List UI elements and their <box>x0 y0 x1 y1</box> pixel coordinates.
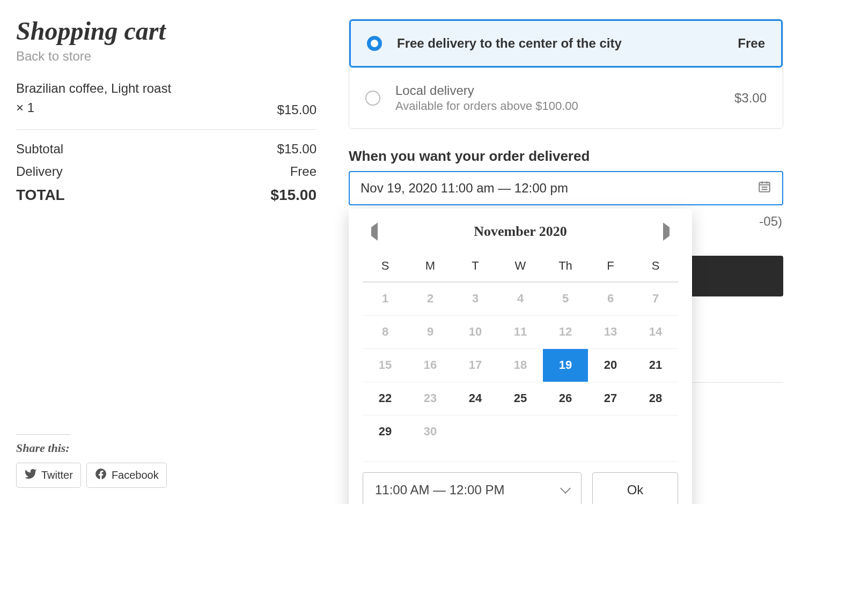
calendar-day[interactable]: 20 <box>588 348 633 382</box>
calendar-day <box>633 415 678 448</box>
facebook-icon <box>94 467 107 483</box>
calendar-day[interactable]: 26 <box>543 382 588 415</box>
calendar-month-label: November 2020 <box>474 224 567 240</box>
calendar-day[interactable]: 22 <box>363 382 408 415</box>
share-heading: Share this: <box>16 434 70 455</box>
calendar-dow: S <box>363 254 408 282</box>
calendar-day: 6 <box>588 282 633 315</box>
calendar-day: 8 <box>363 315 408 348</box>
cart-item-name: Brazilian coffee, Light roast <box>16 79 171 98</box>
twitter-icon <box>24 467 37 483</box>
time-slot-value: 11:00 AM — 12:00 PM <box>375 482 504 498</box>
calendar-day <box>588 415 633 448</box>
calendar-day: 7 <box>633 282 678 315</box>
calendar-day: 18 <box>498 348 543 382</box>
subtotal-value: $15.00 <box>277 142 317 157</box>
calendar-popup: November 2020 SMTWThFS 12345678910111213… <box>349 209 692 504</box>
calendar-day: 13 <box>588 315 633 348</box>
cart-item-qty: × 1 <box>16 98 171 117</box>
calendar-day[interactable]: 28 <box>633 382 678 415</box>
page-title: Shopping cart <box>16 16 317 46</box>
calendar-day: 14 <box>633 315 678 348</box>
delivery-option-sublabel: Available for orders above $100.00 <box>395 99 719 113</box>
calendar-dow: Th <box>543 254 588 282</box>
radio-unchecked-icon <box>365 91 380 106</box>
share-facebook-button[interactable]: Facebook <box>86 463 167 488</box>
calendar-day: 12 <box>543 315 588 348</box>
calendar-day: 11 <box>498 315 543 348</box>
chevron-down-icon <box>560 483 571 494</box>
cart-item: Brazilian coffee, Light roast × 1 $15.00 <box>16 79 317 130</box>
delivery-option-free[interactable]: Free delivery to the center of the city … <box>349 19 783 68</box>
delivery-option-local[interactable]: Local delivery Available for orders abov… <box>349 68 783 128</box>
calendar-day: 1 <box>363 282 408 315</box>
total-label: TOTAL <box>16 187 65 204</box>
calendar-day: 10 <box>453 315 498 348</box>
delivery-value: Free <box>290 164 317 179</box>
delivery-label: Delivery <box>16 164 63 179</box>
delivery-date-value: Nov 19, 2020 11:00 am — 12:00 pm <box>361 181 568 196</box>
calendar-day[interactable]: 21 <box>633 348 678 382</box>
calendar-day: 2 <box>408 282 453 315</box>
calendar-day: 17 <box>453 348 498 382</box>
calendar-day[interactable]: 24 <box>453 382 498 415</box>
calendar-day: 3 <box>453 282 498 315</box>
calendar-day: 4 <box>498 282 543 315</box>
calendar-day: 30 <box>408 415 453 448</box>
delivery-options: Free delivery to the center of the city … <box>349 19 783 129</box>
share-twitter-button[interactable]: Twitter <box>16 463 81 488</box>
calendar-day: 16 <box>408 348 453 382</box>
subtotal-label: Subtotal <box>16 142 63 157</box>
calendar-dow: F <box>588 254 633 282</box>
time-slot-select[interactable]: 11:00 AM — 12:00 PM <box>363 472 582 504</box>
calendar-day: 15 <box>363 348 408 382</box>
radio-checked-icon <box>367 36 382 51</box>
total-value: $15.00 <box>270 187 317 204</box>
share-facebook-label: Facebook <box>112 469 159 481</box>
calendar-dow: W <box>498 254 543 282</box>
calendar-day[interactable]: 27 <box>588 382 633 415</box>
delivery-option-label: Free delivery to the center of the city <box>397 36 723 51</box>
calendar-ok-button[interactable]: Ok <box>592 472 678 504</box>
delivery-date-field[interactable]: Nov 19, 2020 11:00 am — 12:00 pm <box>349 171 783 205</box>
calendar-day[interactable]: 25 <box>498 382 543 415</box>
calendar-day <box>543 415 588 448</box>
delivery-option-label: Local delivery <box>395 83 719 98</box>
calendar-day: 5 <box>543 282 588 315</box>
calendar-day[interactable]: 19 <box>543 348 588 382</box>
schedule-heading: When you want your order delivered <box>349 148 783 165</box>
calendar-dow: M <box>408 254 453 282</box>
back-to-store-link[interactable]: Back to store <box>16 49 317 64</box>
cart-item-price: $15.00 <box>277 102 317 117</box>
calendar-day[interactable]: 29 <box>363 415 408 448</box>
share-twitter-label: Twitter <box>41 469 73 481</box>
calendar-day <box>498 415 543 448</box>
calendar-next-month[interactable] <box>663 222 678 241</box>
calendar-dow: S <box>633 254 678 282</box>
delivery-option-price: Free <box>738 36 765 51</box>
calendar-prev-month[interactable] <box>363 222 378 241</box>
calendar-day: 9 <box>408 315 453 348</box>
calendar-icon <box>757 180 771 197</box>
calendar-dow: T <box>453 254 498 282</box>
calendar-day <box>453 415 498 448</box>
calendar-day: 23 <box>408 382 453 415</box>
delivery-option-price: $3.00 <box>734 91 767 106</box>
calendar-grid: SMTWThFS 1234567891011121314151617181920… <box>363 254 678 448</box>
obscured-text: -05) <box>759 214 782 244</box>
